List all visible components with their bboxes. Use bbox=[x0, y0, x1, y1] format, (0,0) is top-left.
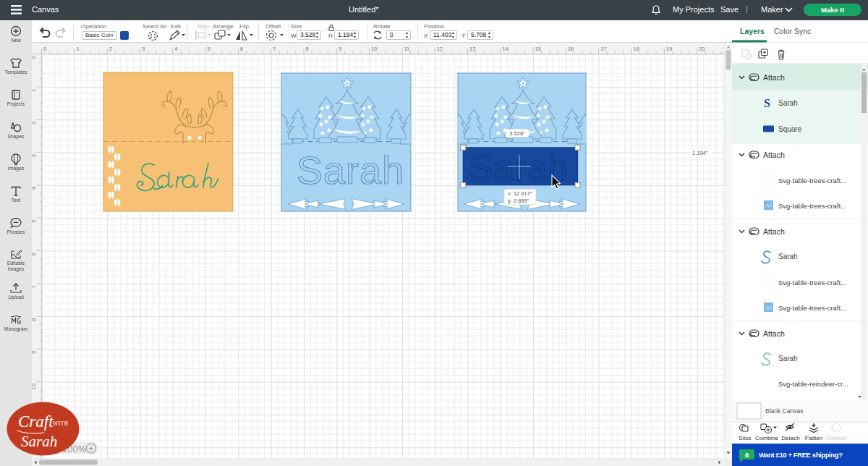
svg-text:Blank Canvas: Blank Canvas bbox=[765, 407, 803, 415]
svg-text:9: 9 bbox=[32, 351, 37, 354]
svg-text:Sarah: Sarah bbox=[778, 253, 798, 260]
svg-text:Svg-table-trees-craft...: Svg-table-trees-craft... bbox=[778, 304, 846, 312]
svg-text:Sarah: Sarah bbox=[778, 355, 798, 363]
svg-text:5: 5 bbox=[208, 46, 210, 52]
svg-text:11: 11 bbox=[404, 46, 409, 52]
svg-text:a: a bbox=[745, 451, 749, 459]
svg-text:4: 4 bbox=[32, 187, 37, 190]
svg-text:4: 4 bbox=[174, 46, 177, 52]
svg-text:y: 2.889”: y: 2.889” bbox=[508, 198, 529, 204]
svg-text:Attach: Attach bbox=[763, 73, 785, 82]
svg-text:15: 15 bbox=[535, 46, 541, 52]
svg-text:16: 16 bbox=[568, 46, 574, 52]
svg-text:Sarah: Sarah bbox=[297, 148, 404, 192]
svg-text:1.194”: 1.194” bbox=[692, 150, 708, 156]
svg-text:Svg-table-trees-craft...: Svg-table-trees-craft... bbox=[778, 279, 846, 287]
svg-text:Editable: Editable bbox=[7, 260, 25, 266]
svg-text:Slice: Slice bbox=[739, 435, 752, 441]
svg-text:0: 0 bbox=[43, 46, 46, 52]
svg-text:Upload: Upload bbox=[8, 295, 24, 300]
svg-text:2: 2 bbox=[109, 46, 112, 52]
svg-text:Craft: Craft bbox=[18, 412, 54, 431]
svg-text:x: 12.917”: x: 12.917” bbox=[508, 190, 532, 197]
svg-text:3: 3 bbox=[142, 46, 145, 52]
svg-text:8: 8 bbox=[32, 318, 37, 321]
svg-text:Shapes: Shapes bbox=[7, 134, 25, 140]
svg-text:Want £10 + FREE shipping?: Want £10 + FREE shipping? bbox=[759, 451, 843, 459]
svg-text:Svg-table-trees-craft...: Svg-table-trees-craft... bbox=[778, 202, 846, 210]
svg-text:14: 14 bbox=[502, 46, 508, 52]
svg-text:17: 17 bbox=[600, 46, 606, 52]
svg-text:3: 3 bbox=[32, 154, 37, 157]
svg-text:Templates: Templates bbox=[5, 69, 28, 75]
svg-text:Monogram: Monogram bbox=[4, 326, 28, 332]
svg-text:Combine: Combine bbox=[755, 435, 779, 441]
svg-text:Color Sync: Color Sync bbox=[774, 27, 811, 35]
svg-text:13: 13 bbox=[469, 46, 475, 52]
svg-text:Svg-table-reindeer-cr...: Svg-table-reindeer-cr... bbox=[778, 380, 848, 388]
svg-text:5: 5 bbox=[32, 220, 37, 223]
svg-text:Attach: Attach bbox=[763, 227, 785, 236]
svg-text:Flatten: Flatten bbox=[805, 435, 822, 441]
svg-text:10: 10 bbox=[32, 384, 37, 389]
svg-text:7: 7 bbox=[32, 285, 37, 288]
svg-text:20: 20 bbox=[699, 46, 705, 52]
svg-text:3.528”: 3.528” bbox=[509, 130, 525, 137]
svg-text:1: 1 bbox=[76, 46, 79, 52]
svg-text:10: 10 bbox=[371, 46, 377, 52]
svg-text:Sarah: Sarah bbox=[778, 99, 798, 107]
svg-text:Projects: Projects bbox=[7, 101, 25, 107]
svg-text:S: S bbox=[764, 97, 770, 109]
svg-text:6: 6 bbox=[240, 46, 243, 52]
svg-text:Text: Text bbox=[12, 198, 21, 203]
svg-text:Attach: Attach bbox=[763, 329, 785, 338]
svg-text:Phrases: Phrases bbox=[7, 229, 26, 234]
svg-text:Layers: Layers bbox=[740, 27, 765, 35]
svg-text:8: 8 bbox=[306, 46, 309, 52]
svg-text:Contour: Contour bbox=[826, 435, 847, 441]
svg-text:Sarah: Sarah bbox=[21, 433, 57, 450]
svg-text:18: 18 bbox=[634, 46, 639, 52]
svg-text:6: 6 bbox=[32, 253, 37, 255]
svg-text:12: 12 bbox=[437, 46, 443, 52]
svg-text:1: 1 bbox=[32, 89, 37, 92]
svg-text:WITH: WITH bbox=[53, 420, 69, 427]
svg-text:Detach: Detach bbox=[781, 435, 799, 441]
svg-text:19: 19 bbox=[666, 46, 672, 52]
svg-text:Square: Square bbox=[778, 125, 802, 133]
svg-text:Images: Images bbox=[8, 266, 25, 272]
svg-text:Svg-table-trees-craft...: Svg-table-trees-craft... bbox=[778, 177, 846, 185]
svg-text:0: 0 bbox=[32, 56, 37, 59]
svg-text:Images: Images bbox=[8, 166, 25, 171]
svg-text:9: 9 bbox=[339, 46, 341, 52]
svg-text:Attach: Attach bbox=[763, 151, 785, 159]
svg-text:New: New bbox=[11, 38, 21, 43]
svg-text:2: 2 bbox=[32, 122, 37, 124]
svg-text:7: 7 bbox=[273, 46, 276, 52]
